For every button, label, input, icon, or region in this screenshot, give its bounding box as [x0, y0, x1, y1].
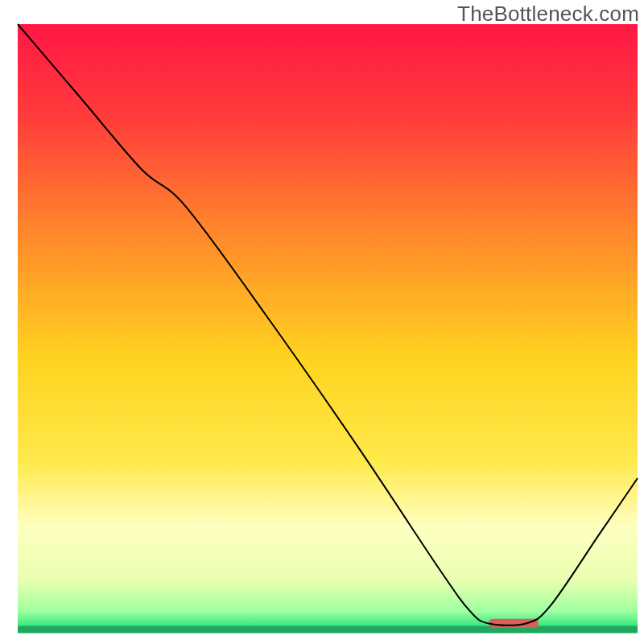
bottleneck-chart: TheBottleneck.com	[0, 0, 644, 644]
optimal-range-marker	[489, 619, 539, 628]
gradient-background	[18, 24, 638, 630]
watermark-text: TheBottleneck.com	[457, 2, 639, 27]
plot-area	[18, 24, 638, 630]
chart-svg	[0, 0, 644, 644]
